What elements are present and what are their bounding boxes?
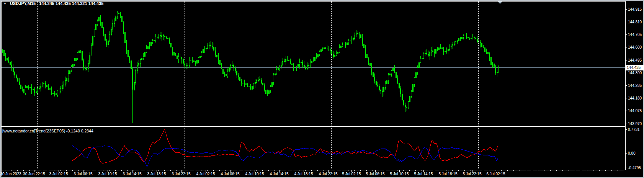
chart-canvas[interactable] (0, 0, 644, 178)
ohlc-readout: 144.345 144.435 144.321 144.435 (39, 1, 103, 6)
time-axis[interactable] (2, 170, 625, 177)
symbol-timeframe-title: USDJPY,M15 (10, 1, 36, 6)
symbol-dropdown-arrow-icon[interactable]: ▼ (3, 2, 7, 5)
chart-title: ▼ USDJPY,M15 144.345 144.435 144.321 144… (3, 1, 103, 6)
chart-shift-marker[interactable] (498, 2, 502, 4)
mt4-chart-window: ▼ USDJPY,M15 144.345 144.435 144.321 144… (0, 0, 644, 178)
indicator-label: [www.notandor.cn]Trend(23SEP05) -0.1240 … (2, 129, 93, 133)
panel-splitter[interactable] (0, 126, 625, 128)
price-axis[interactable] (626, 2, 644, 170)
